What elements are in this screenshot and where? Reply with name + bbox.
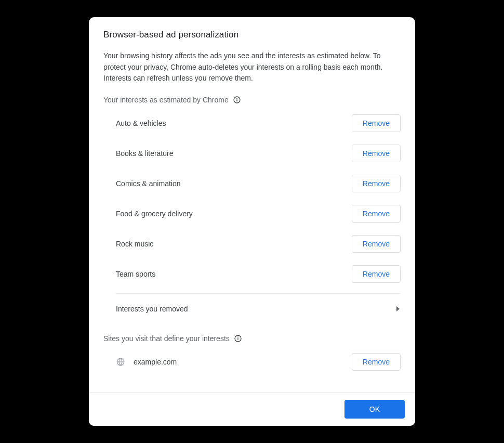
interest-row: Rock music Remove	[116, 229, 401, 259]
remove-button[interactable]: Remove	[352, 353, 401, 371]
interests-label-text: Your interests as estimated by Chrome	[103, 96, 229, 104]
interest-label: Books & literature	[116, 149, 174, 158]
dialog-description: Your browsing history affects the ads yo…	[103, 50, 401, 84]
interest-row: Comics & animation Remove	[116, 168, 401, 199]
site-row: example.com Remove	[103, 347, 401, 377]
chevron-right-icon	[395, 306, 401, 311]
interest-label: Auto & vehicles	[116, 119, 166, 127]
svg-point-2	[236, 98, 237, 99]
info-icon[interactable]	[233, 96, 241, 104]
interest-row: Food & grocery delivery Remove	[116, 199, 401, 229]
dialog-title: Browser-based ad personalization	[103, 30, 401, 40]
remove-button[interactable]: Remove	[352, 235, 401, 253]
interest-row: Auto & vehicles Remove	[116, 108, 401, 138]
ok-button[interactable]: OK	[344, 400, 405, 419]
interest-label: Food & grocery delivery	[116, 210, 193, 218]
site-row-left: example.com	[116, 357, 177, 367]
remove-button[interactable]: Remove	[352, 265, 401, 283]
interest-row: Books & literature Remove	[116, 138, 401, 168]
site-label: example.com	[134, 358, 177, 366]
remove-button[interactable]: Remove	[352, 114, 401, 132]
interest-label: Comics & animation	[116, 179, 181, 188]
sites-section: Sites you visit that define your interes…	[103, 334, 401, 377]
dialog-content: Browser-based ad personalization Your br…	[89, 17, 415, 392]
remove-button[interactable]: Remove	[352, 205, 401, 223]
ad-personalization-dialog: Browser-based ad personalization Your br…	[89, 17, 415, 426]
globe-icon	[116, 357, 125, 367]
sites-section-label: Sites you visit that define your interes…	[103, 334, 401, 343]
remove-button[interactable]: Remove	[352, 145, 401, 162]
interest-row: Team sports Remove	[116, 259, 401, 289]
dialog-footer: OK	[89, 392, 415, 426]
interests-removed-label: Interests you removed	[116, 305, 188, 313]
svg-point-5	[237, 337, 238, 337]
interest-label: Rock music	[116, 240, 153, 248]
interests-section-label: Your interests as estimated by Chrome	[103, 96, 401, 104]
interests-removed-expander[interactable]: Interests you removed	[103, 294, 401, 324]
remove-button[interactable]: Remove	[352, 175, 401, 192]
interests-list: Auto & vehicles Remove Books & literatur…	[103, 108, 401, 289]
interest-label: Team sports	[116, 270, 155, 278]
info-icon[interactable]	[234, 334, 242, 343]
sites-label-text: Sites you visit that define your interes…	[103, 334, 230, 343]
